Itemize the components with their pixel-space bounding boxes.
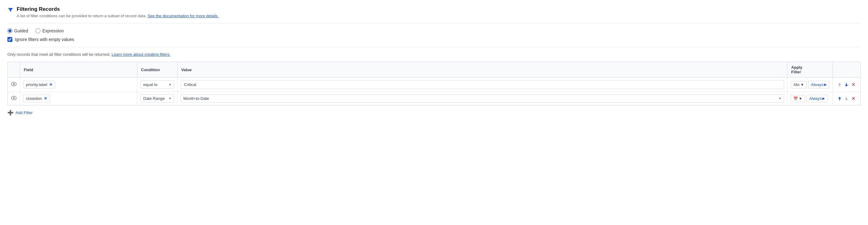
row1-actions-cell: ✕ xyxy=(833,78,861,92)
row2-apply-always-badge[interactable]: Always ▶ xyxy=(806,95,828,102)
row2-actions-cell: ✕ xyxy=(833,92,861,105)
col-header-eye xyxy=(8,62,20,78)
row2-field-cell: closedon ✕ xyxy=(20,92,137,105)
info-text: Only records that meet all filter condit… xyxy=(7,52,861,57)
row2-apply-calendar-icon: 📅 xyxy=(793,97,798,101)
expression-option[interactable]: Expression xyxy=(35,28,64,33)
guided-option[interactable]: Guided xyxy=(7,28,28,33)
svg-point-1 xyxy=(13,83,14,85)
table-row: closedon ✕ Date Range equal to not equal… xyxy=(8,92,861,105)
plus-icon: ➕ xyxy=(7,110,13,116)
row2-condition-select[interactable]: Date Range equal to not equal to before … xyxy=(141,94,174,103)
ignore-filters-label[interactable]: Ignore filters with empty values xyxy=(15,37,74,42)
guided-label[interactable]: Guided xyxy=(14,28,28,33)
row2-value-cell[interactable]: Month-to-Date Today This Week This Quart… xyxy=(178,92,787,105)
row2-apply-always-text: Always xyxy=(809,96,822,101)
row2-apply-type-badge[interactable]: 📅 ▼ xyxy=(790,95,805,102)
row1-remove-button[interactable]: ✕ xyxy=(851,81,856,88)
col-header-apply: ApplyFilter xyxy=(787,62,833,78)
row2-apply-cell[interactable]: 📅 ▼ Always ▶ xyxy=(787,92,833,105)
row1-condition-select[interactable]: equal to not equal to contains does not … xyxy=(141,80,174,89)
add-filter-button[interactable]: ➕ Add Filter xyxy=(7,110,33,116)
doc-link[interactable]: See the documentation for more details. xyxy=(148,13,219,18)
row2-apply-cell-inner: 📅 ▼ Always ▶ xyxy=(790,95,829,102)
row2-eye-cell xyxy=(8,92,20,105)
table-row: priority.label ✕ equal to not equal to c… xyxy=(8,78,861,92)
expression-label[interactable]: Expression xyxy=(42,28,64,33)
row1-condition-cell[interactable]: equal to not equal to contains does not … xyxy=(137,78,178,92)
row1-apply-type-chevron: ▼ xyxy=(800,83,804,87)
header-text: Filtering Records A list of filter condi… xyxy=(17,6,219,18)
row2-remove-button[interactable]: ✕ xyxy=(851,95,856,102)
row1-field-name: priority.label xyxy=(26,82,47,87)
expression-radio[interactable] xyxy=(35,28,40,33)
row1-value-cell[interactable] xyxy=(178,78,787,92)
row1-field-remove[interactable]: ✕ xyxy=(49,82,53,87)
row1-eye-cell xyxy=(8,78,20,92)
row2-value-select-wrapper[interactable]: Month-to-Date Today This Week This Quart… xyxy=(181,94,784,103)
ignore-filters-option[interactable]: Ignore filters with empty values xyxy=(7,37,861,42)
learn-more-link[interactable]: Learn more about creating filters. xyxy=(112,52,170,57)
page-description: A list of filter conditions can be provi… xyxy=(17,13,219,18)
row1-apply-arrow: ▶ xyxy=(824,83,827,87)
row1-actions: ✕ xyxy=(836,81,857,88)
row2-eye-icon[interactable] xyxy=(11,96,17,101)
row2-apply-arrow: ▶ xyxy=(822,97,825,101)
row2-field-remove[interactable]: ✕ xyxy=(44,96,47,101)
row2-field-name: closedon xyxy=(26,96,42,101)
svg-point-3 xyxy=(13,97,14,99)
add-filter-label: Add Filter xyxy=(16,110,33,115)
page-title: Filtering Records xyxy=(17,6,219,12)
row1-apply-cell[interactable]: Abc ▼ Always ▶ xyxy=(787,78,833,92)
row2-apply-type-chevron: ▼ xyxy=(799,97,802,101)
row2-field-tag: closedon ✕ xyxy=(23,95,50,102)
row1-field-cell: priority.label ✕ xyxy=(20,78,137,92)
row1-move-down-button[interactable] xyxy=(844,82,849,87)
ignore-filters-checkbox[interactable] xyxy=(7,37,12,42)
row1-condition-select-wrapper[interactable]: equal to not equal to contains does not … xyxy=(141,80,174,89)
row2-condition-cell[interactable]: Date Range equal to not equal to before … xyxy=(137,92,178,105)
col-header-value: Value xyxy=(178,62,787,78)
guided-radio[interactable] xyxy=(7,28,12,33)
row2-actions: ✕ xyxy=(836,95,857,102)
col-header-condition: Condition xyxy=(137,62,178,78)
filter-icon xyxy=(7,7,13,14)
row1-apply-type-badge[interactable]: Abc ▼ xyxy=(790,81,807,88)
filter-table: Field Condition Value ApplyFilter priori… xyxy=(7,62,861,105)
row2-value-select[interactable]: Month-to-Date Today This Week This Quart… xyxy=(181,94,784,103)
row1-field-tag: priority.label ✕ xyxy=(23,81,55,88)
col-header-actions xyxy=(833,62,861,78)
row1-apply-always-badge[interactable]: Always ▶ xyxy=(808,81,829,88)
row1-apply-always-text: Always xyxy=(811,82,824,87)
divider-1 xyxy=(7,23,861,24)
divider-2 xyxy=(7,47,861,47)
row1-value-input[interactable] xyxy=(181,80,784,89)
col-header-field: Field xyxy=(20,62,137,78)
row1-apply-cell-inner: Abc ▼ Always ▶ xyxy=(790,81,829,88)
row1-apply-type-text: Abc xyxy=(793,83,800,87)
mode-options: Guided Expression xyxy=(7,28,861,33)
row2-move-up-button[interactable] xyxy=(837,96,842,102)
page-header: Filtering Records A list of filter condi… xyxy=(7,6,861,18)
row2-move-down-button[interactable] xyxy=(844,96,849,102)
row2-condition-select-wrapper[interactable]: Date Range equal to not equal to before … xyxy=(141,94,174,103)
row1-eye-icon[interactable] xyxy=(11,82,17,87)
row1-move-up-button[interactable] xyxy=(837,82,842,87)
